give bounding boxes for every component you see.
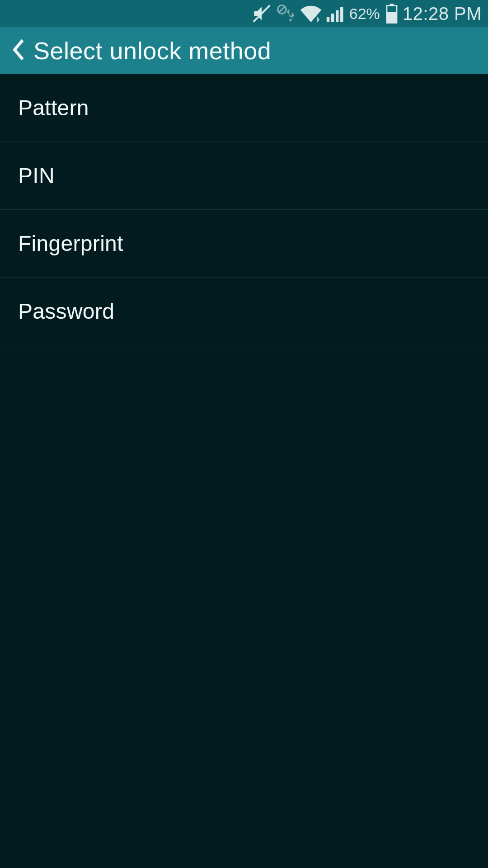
battery-icon — [385, 4, 398, 24]
svg-rect-15 — [387, 12, 397, 23]
svg-rect-5 — [289, 15, 291, 17]
option-label: PIN — [18, 163, 55, 188]
app-bar: Select unlock method — [0, 27, 488, 74]
status-bar: 62% 12:28 PM — [0, 0, 488, 27]
svg-rect-12 — [340, 7, 343, 22]
wifi-icon — [300, 3, 321, 24]
app-bar-title: Select unlock method — [33, 37, 271, 65]
svg-marker-4 — [292, 12, 295, 19]
option-label: Fingerprint — [18, 231, 123, 256]
option-pattern[interactable]: Pattern — [0, 74, 488, 142]
option-label: Pattern — [18, 95, 89, 120]
option-pin[interactable]: PIN — [0, 142, 488, 210]
mute-icon — [252, 4, 272, 24]
svg-marker-3 — [287, 9, 290, 15]
svg-rect-11 — [336, 10, 338, 22]
sync-disabled-icon — [276, 4, 296, 24]
options-list: Pattern PIN Fingerprint Password — [0, 74, 488, 345]
back-button[interactable] — [5, 27, 33, 74]
chevron-left-icon — [10, 38, 28, 63]
svg-rect-9 — [327, 17, 329, 22]
svg-rect-10 — [331, 14, 334, 22]
option-label: Password — [18, 299, 114, 324]
option-fingerprint[interactable]: Fingerprint — [0, 210, 488, 278]
svg-marker-6 — [289, 19, 292, 22]
status-clock: 12:28 PM — [403, 4, 482, 24]
battery-percent-text: 62% — [349, 5, 380, 23]
cellular-signal-icon — [326, 4, 346, 24]
svg-line-2 — [279, 6, 285, 12]
option-password[interactable]: Password — [0, 278, 488, 345]
